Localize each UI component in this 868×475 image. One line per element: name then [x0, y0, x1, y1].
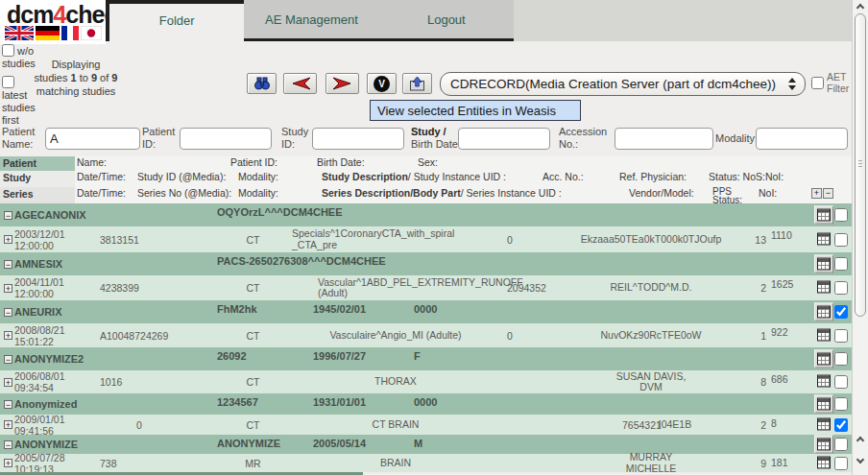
- row-select-checkbox[interactable]: [834, 375, 848, 389]
- sticky-note-icon[interactable]: [817, 281, 831, 296]
- sticky-note-button[interactable]: [814, 206, 833, 225]
- aet-filter-checkbox[interactable]: [811, 77, 824, 89]
- collapse-icon[interactable]: −: [4, 440, 12, 449]
- displaying-count: Displaying studies 1 to 9 of 9 matching …: [34, 58, 118, 98]
- patient-row[interactable]: −Anonymized 1234567 1931/01/01 0000: [0, 393, 852, 415]
- nos-cell: 13: [741, 234, 766, 246]
- tab-ae-management[interactable]: AE Management: [244, 0, 378, 41]
- study-birthdate-label: Study /Birth Date: [411, 126, 459, 151]
- weasis-viewer-button[interactable]: V: [367, 73, 397, 94]
- row-select-checkbox[interactable]: [834, 438, 848, 451]
- scroll-up-icon[interactable]: [856, 4, 864, 12]
- sticky-note-icon[interactable]: [817, 232, 831, 247]
- flag-france-icon[interactable]: [61, 26, 79, 40]
- study-row[interactable]: +2005/07/28 10:19:13 738 MR BRAIN MURRAY…: [0, 454, 852, 472]
- expand-icon[interactable]: +: [4, 459, 12, 467]
- birth-date-cell: [313, 203, 414, 206]
- patient-row[interactable]: −ANONYMIZE2 26092 1996/07/27 F: [0, 347, 852, 370]
- study-id-input[interactable]: [312, 128, 404, 150]
- row-select-checkbox[interactable]: [834, 257, 848, 271]
- row-select-checkbox[interactable]: [834, 329, 848, 343]
- expand-icon[interactable]: +: [4, 420, 12, 429]
- study-row[interactable]: +2006/08/01 09:34:54 1016 CT THORAX SUSA…: [0, 370, 852, 393]
- study-id-label: StudyID:: [281, 126, 314, 151]
- study-row[interactable]: +2004/11/01 12:00:00 4238399 CT Vascular…: [0, 275, 852, 300]
- displaying-from: 1: [70, 72, 76, 83]
- collapse-icon[interactable]: −: [4, 211, 12, 220]
- modality-input[interactable]: [756, 128, 848, 150]
- expand-icon[interactable]: +: [4, 235, 12, 244]
- vertical-scrollbar[interactable]: [852, 0, 868, 475]
- flag-uk-icon[interactable]: [5, 26, 34, 40]
- tab-bar: Folder AE Management Logout: [106, 0, 514, 41]
- scrollbar-thumb[interactable]: [855, 13, 866, 317]
- patient-row[interactable]: −ANONYMIZE ANONYMIZE 2005/05/14 M: [0, 435, 852, 454]
- sticky-note-icon: [817, 353, 831, 366]
- collapse-icon[interactable]: −: [4, 400, 12, 409]
- sticky-note-icon[interactable]: [817, 375, 831, 390]
- sticky-note-icon[interactable]: [817, 328, 831, 343]
- study-date-cell: +2006/08/01 09:34:54: [0, 370, 97, 393]
- prev-page-button[interactable]: [283, 73, 317, 94]
- expand-icon[interactable]: +: [4, 331, 12, 340]
- study-row[interactable]: +2003/12/01 12:00:00 3813151 CT Specials…: [0, 226, 852, 252]
- row-select-checkbox[interactable]: [834, 208, 848, 222]
- sticky-note-icon[interactable]: [817, 456, 831, 470]
- row-select-checkbox[interactable]: [834, 397, 848, 411]
- row-select-checkbox[interactable]: [834, 305, 848, 319]
- nos-cell: 2: [741, 282, 766, 294]
- hdr-study-datetime: Date/Time:: [77, 171, 126, 182]
- patient-row[interactable]: −ANEURIX FhM2hk 1945/02/01 0000: [0, 300, 852, 323]
- collapse-all-button[interactable]: −: [823, 188, 833, 199]
- study-description-cell: BRAIN: [284, 458, 507, 469]
- expand-icon[interactable]: +: [4, 378, 12, 387]
- birth-date-cell: 2005/05/14: [313, 435, 414, 449]
- latest-studies-checkbox[interactable]: [2, 76, 14, 88]
- sticky-note-button[interactable]: [814, 303, 833, 321]
- scroll-down-icon[interactable]: [856, 456, 864, 463]
- row-select-checkbox[interactable]: [834, 352, 848, 366]
- hdr-series-modality: Modality:: [238, 187, 278, 199]
- expand-all-button[interactable]: +: [811, 188, 822, 199]
- accession-no-input[interactable]: [615, 128, 713, 150]
- row-select-checkbox[interactable]: [834, 281, 848, 295]
- sticky-note-icon: [817, 398, 831, 411]
- patient-id-input[interactable]: [180, 128, 272, 150]
- next-page-button[interactable]: [326, 73, 359, 94]
- patient-row[interactable]: −AMNESIX PACS-2650276308^^^DCM4CHEE: [0, 252, 852, 275]
- patient-header-label: Patient: [0, 156, 75, 171]
- study-row[interactable]: +2008/08/21 15:01:22 A10048724269 CT Vas…: [0, 323, 852, 347]
- wo-studies-checkbox[interactable]: [2, 44, 14, 57]
- row-select-checkbox[interactable]: [834, 418, 848, 432]
- series-header-label: Series: [0, 187, 75, 203]
- study-description-cell: Vascular^1ABD_PEL_EXTREMITY_RUNOFF(Adult…: [284, 277, 507, 299]
- sticky-note-button[interactable]: [814, 436, 833, 454]
- media-destination-select[interactable]: CDRECORD(Media Creation Server (part of …: [440, 72, 806, 96]
- sticky-note-button[interactable]: [814, 350, 833, 368]
- export-button[interactable]: [402, 73, 432, 94]
- row-select-checkbox[interactable]: [834, 457, 848, 470]
- sticky-note-button[interactable]: [814, 395, 833, 414]
- modality-label: Modality:: [715, 132, 758, 145]
- collapse-icon[interactable]: −: [4, 308, 12, 317]
- row-select-checkbox[interactable]: [834, 233, 848, 247]
- ref-physician-cell: MURRAYMICHELLE: [561, 452, 741, 474]
- tab-folder[interactable]: Folder: [106, 0, 244, 41]
- tab-logout[interactable]: Logout: [379, 0, 514, 41]
- patient-row[interactable]: −AGECANONIX OQYOrzL^^^DCM4CHEE: [0, 203, 852, 226]
- search-button[interactable]: [247, 73, 277, 94]
- scroll-up-icon-bottom[interactable]: [856, 437, 864, 444]
- collapse-icon[interactable]: −: [4, 355, 12, 364]
- media-destination-value: CDRECORD(Media Creation Server (part of …: [450, 77, 776, 91]
- flag-germany-icon[interactable]: [36, 26, 60, 40]
- collapse-icon[interactable]: −: [4, 260, 12, 269]
- hdr-series-no: Series No (@Media):: [137, 187, 231, 199]
- study-birthdate-input[interactable]: [458, 128, 550, 150]
- study-description-cell: CT BRAIN: [284, 419, 507, 431]
- patient-name-input[interactable]: [45, 128, 140, 150]
- study-row[interactable]: +2009/01/01 09:41:56 0 CT CT BRAIN 76543…: [0, 415, 852, 435]
- flag-japan-icon[interactable]: [81, 26, 102, 40]
- sticky-note-icon[interactable]: [817, 417, 831, 432]
- expand-icon[interactable]: +: [4, 284, 12, 293]
- sticky-note-button[interactable]: [814, 255, 833, 273]
